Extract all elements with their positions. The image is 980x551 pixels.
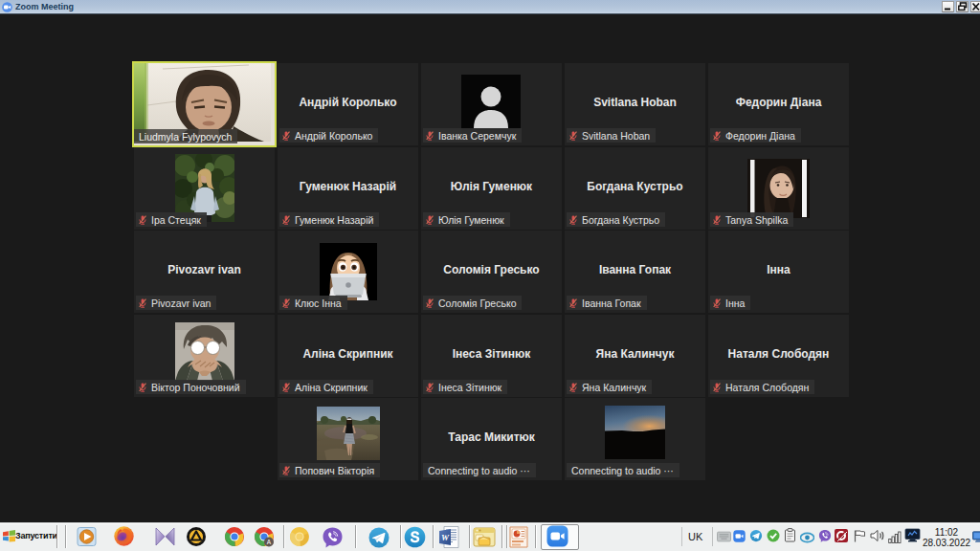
svg-text:A: A — [267, 539, 272, 545]
svg-text:W: W — [441, 533, 450, 542]
